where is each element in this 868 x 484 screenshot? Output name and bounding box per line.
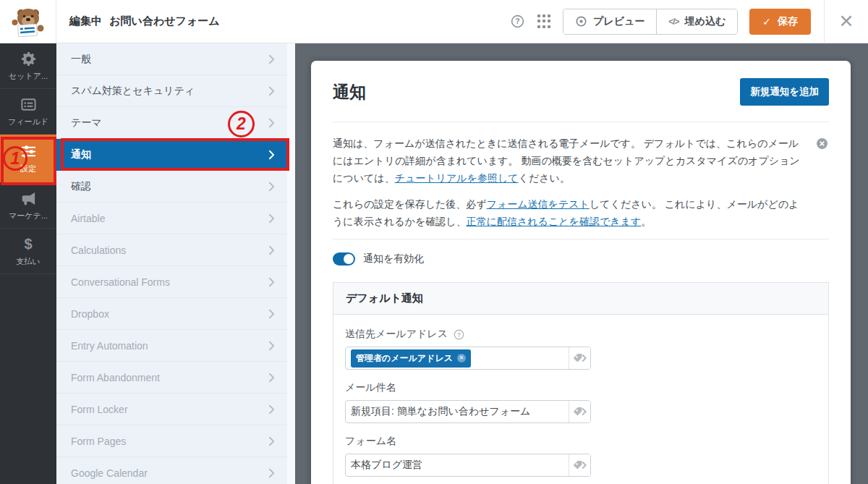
sidebar-item-label: フィールド — [8, 116, 48, 127]
settings-menu-item[interactable]: 通知 — [56, 139, 295, 171]
divider — [333, 122, 829, 122]
description-paragraph: 通知は、フォームが送信されたときに送信される電子メールです。 デフォルトでは、こ… — [333, 135, 803, 187]
settings-menu-item-label: 通知 — [71, 148, 268, 161]
chevron-right-icon — [268, 118, 275, 128]
chevron-right-icon — [268, 182, 275, 192]
preview-embed-group: プレビュー </> 埋め込む — [563, 9, 738, 35]
smart-tags-button[interactable] — [569, 401, 590, 423]
settings-menu-item-label: Conversational Forms — [71, 276, 268, 288]
settings-menu-item[interactable]: Entry Automation — [56, 330, 295, 362]
sidebar-item-fields[interactable]: フィールド — [0, 89, 56, 135]
notifications-heading: 通知 — [333, 81, 366, 103]
description-text: ください。 — [519, 172, 570, 184]
description-link[interactable]: フォーム送信をテスト — [487, 198, 590, 210]
preview-label: プレビュー — [593, 15, 644, 28]
save-button[interactable]: ✓ 保存 — [749, 9, 811, 35]
settings-menu-item[interactable]: Airtable — [56, 203, 295, 234]
settings-menu-item-label: Form Abandonment — [71, 372, 268, 383]
preview-button[interactable]: プレビュー — [563, 9, 656, 34]
bear-mascot-icon — [12, 7, 45, 37]
builder-sidebar: セットア...フィールド設定マーケテ...$支払い — [0, 43, 56, 484]
settings-menu-item-label: Dropbox — [71, 308, 268, 320]
text-field[interactable] — [351, 459, 563, 471]
field-input[interactable]: 管理者のメールアドレス✕ — [345, 347, 591, 370]
preview-eye-icon — [575, 15, 587, 27]
settings-menu-item[interactable]: Form Pages — [56, 425, 295, 457]
help-icon[interactable]: ? — [454, 329, 464, 340]
chevron-right-icon — [268, 468, 275, 478]
add-notification-button[interactable]: 新規通知を追加 — [740, 78, 829, 106]
settings-menu-item[interactable]: Dropbox — [56, 298, 295, 330]
megaphone-icon — [20, 190, 37, 207]
settings-menu-item[interactable]: Calculations — [56, 234, 295, 266]
sidebar-item-settings[interactable]: 設定 — [0, 135, 56, 183]
embed-label: 埋め込む — [685, 15, 726, 28]
help-icon[interactable]: ? — [511, 14, 525, 29]
smart-tags-button[interactable] — [569, 347, 590, 369]
settings-menu-item[interactable]: Conversational Forms — [56, 266, 295, 298]
code-icon: </> — [668, 17, 678, 27]
chevron-right-icon — [268, 309, 275, 319]
sidebar-item-payments[interactable]: $支払い — [0, 229, 56, 274]
settings-menu-item-label: Google Calendar — [71, 467, 268, 479]
enable-notifications-toggle[interactable] — [333, 252, 355, 266]
tags-icon — [572, 406, 587, 417]
description-text: これらの設定を保存した後、必ず — [333, 198, 487, 210]
description-link[interactable]: 正常に配信されることを確認できます — [467, 216, 642, 227]
field-label-row: メール件名 — [345, 381, 817, 394]
settings-menu-item[interactable]: Google Calendar — [56, 457, 295, 484]
field-label-row: フォーム名 — [345, 435, 817, 448]
gear-icon — [20, 50, 37, 67]
check-icon: ✓ — [762, 16, 771, 27]
field-input[interactable] — [345, 454, 591, 477]
save-label: 保存 — [778, 15, 798, 28]
description-link[interactable]: チュートリアルを参照して — [395, 172, 519, 184]
smart-tag-chip-label: 管理者のメールアドレス — [356, 352, 453, 365]
svg-text:?: ? — [457, 331, 461, 338]
field-label: 送信先メールアドレス — [345, 328, 448, 341]
chevron-right-icon — [268, 245, 275, 255]
text-field[interactable] — [351, 406, 563, 417]
wpforms-logo — [0, 0, 56, 43]
chevron-right-icon — [268, 150, 275, 160]
apps-grid-icon[interactable] — [537, 14, 551, 29]
chevron-right-icon — [268, 436, 275, 446]
notifications-card: 通知 新規通知を追加 通知は、フォームが送信されたときに送信される電子メールです… — [311, 61, 851, 484]
divider — [333, 239, 829, 239]
settings-menu-item-label: テーマ — [71, 116, 268, 130]
remove-chip-icon[interactable]: ✕ — [457, 354, 466, 362]
sidebar-item-marketing[interactable]: マーケテ... — [0, 183, 56, 229]
settings-menu-panel: 一般スパム対策とセキュリティテーマ通知確認AirtableCalculation… — [56, 43, 295, 484]
settings-menu-item[interactable]: Form Locker — [56, 394, 295, 425]
notifications-description: 通知は、フォームが送信されたときに送信される電子メールです。 デフォルトでは、こ… — [333, 135, 829, 230]
dismiss-description-icon[interactable] — [817, 138, 827, 149]
chevron-right-icon — [268, 404, 275, 415]
field-label-row: 送信先メールアドレス? — [345, 328, 817, 341]
fields-icon — [20, 95, 37, 113]
menu-scrollbar[interactable] — [287, 43, 295, 484]
sidebar-item-label: 設定 — [20, 164, 36, 174]
page-title: 編集中 お問い合わせフォーム — [56, 14, 220, 28]
settings-menu-item[interactable]: 一般 — [56, 43, 295, 75]
settings-menu-item[interactable]: 確認 — [56, 171, 295, 203]
sliders-icon — [20, 143, 37, 160]
settings-menu-item-label: Entry Automation — [71, 340, 268, 352]
settings-menu-item-label: Calculations — [71, 245, 268, 256]
sidebar-item-label: セットア... — [9, 71, 48, 82]
close-builder-button[interactable]: ✕ — [825, 11, 868, 32]
settings-menu-item[interactable]: Form Abandonment — [56, 362, 295, 394]
settings-menu-item-label: 一般 — [71, 53, 268, 66]
settings-menu-item[interactable]: テーマ — [56, 107, 295, 139]
settings-menu-item-label: Form Locker — [71, 404, 268, 415]
embed-button[interactable]: </> 埋め込む — [656, 9, 737, 34]
form-name-label: お問い合わせフォーム — [109, 14, 219, 27]
chevron-right-icon — [268, 86, 275, 96]
description-paragraph: これらの設定を保存した後、必ずフォーム送信をテストしてください。 これにより、メ… — [333, 195, 803, 230]
field-label: メール件名 — [345, 381, 396, 394]
chevron-right-icon — [268, 277, 275, 287]
sidebar-item-setup[interactable]: セットア... — [0, 43, 56, 89]
settings-menu-item[interactable]: スパム対策とセキュリティ — [56, 75, 295, 107]
smart-tags-button[interactable] — [569, 454, 590, 476]
field-input[interactable] — [345, 400, 591, 423]
settings-menu-item-label: Form Pages — [71, 436, 268, 447]
